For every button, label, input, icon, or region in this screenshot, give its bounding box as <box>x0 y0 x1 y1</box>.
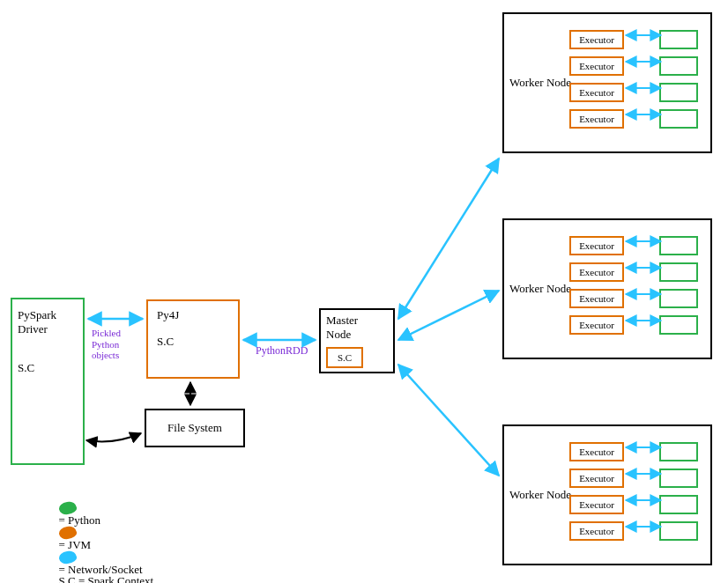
worker-node-label: Worker Node <box>509 489 571 501</box>
file-system-box: File System <box>145 409 245 447</box>
arrow-master-worker-1 <box>398 159 499 319</box>
executor-box: Executor <box>569 83 624 102</box>
file-system-label: File System <box>167 421 222 434</box>
python-proc-box <box>659 289 698 308</box>
executor-box: Executor <box>569 442 624 461</box>
executor-box: Executor <box>569 289 624 308</box>
python-proc-box <box>659 495 698 514</box>
py4j-title: Py4J <box>157 308 229 322</box>
driver-sc: S.C <box>18 361 78 375</box>
python-proc-box <box>659 315 698 335</box>
python-proc-box <box>659 236 698 255</box>
executor-box: Executor <box>569 315 624 335</box>
python-proc-box <box>659 469 698 488</box>
executor-box: Executor <box>569 469 624 488</box>
worker-node-box: Worker Node Executor Executor Executor E… <box>502 424 712 565</box>
python-proc-box <box>659 109 698 129</box>
python-proc-box <box>659 521 698 541</box>
python-proc-box <box>659 56 698 76</box>
executor-box: Executor <box>569 262 624 282</box>
driver-title-2: Driver <box>18 322 78 336</box>
driver-title-1: PySpark <box>18 308 78 322</box>
master-sc: S.C <box>338 352 352 363</box>
legend-sc: S.C = Spark Context <box>53 562 153 583</box>
pyspark-driver-box: PySpark Driver S.C <box>11 298 85 465</box>
python-proc-box <box>659 262 698 282</box>
arrow-driver-fs <box>86 433 141 441</box>
executor-box: Executor <box>569 56 624 76</box>
executor-box: Executor <box>569 109 624 129</box>
python-proc-box <box>659 442 698 461</box>
worker-node-box: Worker Node Executor Executor Executor E… <box>502 12 712 153</box>
master-subtitle: Node <box>326 328 388 342</box>
executor-box: Executor <box>569 236 624 255</box>
worker-node-label: Worker Node <box>509 283 571 295</box>
master-title: Master <box>326 314 388 328</box>
executor-box: Executor <box>569 521 624 541</box>
executor-box: Executor <box>569 495 624 514</box>
py4j-box: Py4J S.C <box>146 299 240 379</box>
executor-box: Executor <box>569 30 624 49</box>
py4j-sc: S.C <box>157 335 229 349</box>
arrow-master-worker-2 <box>398 291 499 340</box>
pickled-label: Pickled Python objects <box>92 328 121 361</box>
worker-node-box: Worker Node Executor Executor Executor E… <box>502 218 712 359</box>
worker-node-label: Worker Node <box>509 77 571 89</box>
python-proc-box <box>659 83 698 102</box>
python-proc-box <box>659 30 698 49</box>
master-node-box: Master Node S.C <box>319 308 395 373</box>
master-sc-box: S.C <box>326 347 363 368</box>
arrow-master-worker-3 <box>398 365 499 476</box>
pythonrdd-label: PythonRDD <box>256 345 308 358</box>
